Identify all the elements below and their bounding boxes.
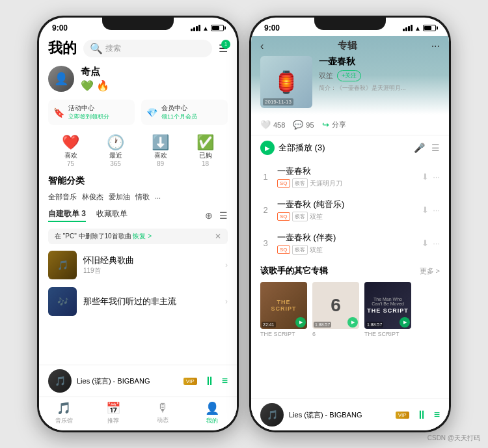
download-icon-2[interactable]: ⬇ [422, 205, 429, 215]
album-nav: ‹ 专辑 ··· [260, 38, 440, 56]
user-name: 奇点 [81, 66, 109, 78]
tag-love[interactable]: 爱加油 [109, 192, 130, 202]
vip-icon: 💎 [146, 107, 157, 118]
album-thumb-1[interactable]: THE SCRIPT 22:41 ▶ THE SCRIPT [260, 282, 307, 337]
list-item[interactable]: 🎵 怀旧经典歌曲 119首 › [39, 247, 237, 283]
track-artist-3: 双笙 [310, 245, 323, 255]
more-options-button[interactable]: ··· [431, 40, 440, 52]
playlist-button-left[interactable]: ≡ [222, 375, 228, 387]
nav-my[interactable]: 👤 我的 [187, 401, 237, 425]
vip-center-sub: 领11个月会员 [161, 113, 197, 121]
restore-link[interactable]: 恢复 > [133, 232, 152, 240]
playlist-info-2: 那些年我们听过的非主流 [83, 296, 219, 307]
tab-collected[interactable]: 收藏歌单 [96, 208, 128, 222]
download-icon-3[interactable]: ⬇ [422, 238, 429, 248]
stat-download[interactable]: ⬇️ 喜欢 89 [152, 134, 169, 167]
download-icon-1[interactable]: ⬇ [422, 172, 429, 182]
track-tags-2: SQ 极客 双笙 [277, 212, 415, 221]
user-avatar[interactable]: 👤 [48, 66, 74, 92]
sort-playlist-icon[interactable]: ☰ [219, 210, 228, 221]
album-thumb-label-2: 6 [312, 331, 359, 337]
left-phone: 9:00 ▲ 我的 [37, 16, 239, 432]
play-all-button[interactable]: ▶ 全部播放 (3) [260, 141, 325, 155]
track-item-3[interactable]: 3 一壶春秋 (伴奏) SQ 极客 双笙 ⬇ ··· [251, 227, 449, 260]
menu-button[interactable]: ☰ 1 [219, 42, 228, 55]
like-stat[interactable]: 🤍 458 [260, 120, 285, 130]
retro-thumb-icon: 🎶 [48, 287, 77, 316]
track-tags-1: SQ 极客 天涯明月刀 [277, 178, 415, 188]
playlist-thumb-2: 🎶 [48, 287, 77, 316]
sq-tag-2: SQ [277, 212, 290, 221]
more-albums-link[interactable]: 更多 > [420, 266, 440, 276]
thumb-play-1[interactable]: ▶ [295, 317, 306, 328]
script-text-1b: SCRIPT [271, 305, 296, 312]
activity-center[interactable]: 🔖 活动中心 立即签到领积分 [48, 100, 135, 125]
comment-stat[interactable]: 💬 95 [293, 120, 314, 130]
nav-music-store[interactable]: 🎵 音乐馆 [39, 401, 88, 425]
vintage-thumb-icon: 🎵 [48, 251, 77, 279]
activity-center-info: 活动中心 立即签到领积分 [68, 104, 109, 121]
nav-dynamic[interactable]: 🎙 动态 [138, 401, 187, 425]
sort-icon[interactable]: ☰ [431, 143, 440, 153]
track-item-1[interactable]: 1 一壶春秋 SQ 极客 天涯明月刀 ⬇ ··· [251, 160, 449, 193]
tab-created[interactable]: 自建歌单 3 [48, 208, 86, 222]
tag-more[interactable]: ... [155, 192, 161, 202]
mini-thumb-icon-right: 🎵 [260, 403, 284, 427]
more-icon-1[interactable]: ··· [433, 172, 440, 182]
list-item[interactable]: 🎶 那些年我们听过的非主流 › [39, 283, 237, 320]
more-icon-3[interactable]: ··· [433, 238, 440, 248]
sq-tag-3: SQ [277, 245, 290, 254]
sq-tag-1: SQ [277, 179, 290, 188]
nav-recommend-label: 推荐 [107, 417, 119, 425]
play-pause-button-right[interactable]: ⏸ [416, 408, 427, 422]
playlist-info-1: 怀旧经典歌曲 119首 [83, 255, 219, 275]
thumb-play-2[interactable]: ▶ [347, 317, 358, 328]
mini-player-left[interactable]: 🎵 Lies (谎言) - BIGBANG VIP ⏸ ≡ [39, 365, 237, 397]
tag-love-song[interactable]: 情歌 [135, 192, 150, 202]
back-button[interactable]: ‹ [260, 40, 264, 52]
wifi-icon-left: ▲ [202, 25, 209, 32]
mini-player-info-right: Lies (谎言) - BIGBANG [289, 410, 396, 420]
my-header: 我的 🔍 搜索 ☰ 1 [39, 36, 237, 62]
album-thumb-3[interactable]: The Man WhoCan't Be Moved THE SCRIPT 1:8… [364, 282, 411, 337]
search-bar[interactable]: 🔍 搜索 [83, 40, 212, 57]
album-duration-3: 1:88:57 [366, 322, 383, 328]
playlist-button-right[interactable]: ≡ [434, 409, 440, 421]
add-playlist-icon[interactable]: ⊕ [205, 210, 213, 221]
track-item-2[interactable]: 2 一壶春秋 (纯音乐) SQ 极客 双笙 ⬇ ··· [251, 193, 449, 227]
mini-player-controls-left: VIP ⏸ ≡ [183, 374, 228, 388]
watermark: CSDN @天天打码 [427, 434, 480, 443]
wifi-icon-right: ▲ [414, 25, 421, 32]
share-stat[interactable]: ↪ 分享 [322, 120, 346, 130]
nav-music-label: 音乐馆 [55, 417, 73, 425]
track-tags-3: SQ 极客 双笙 [277, 245, 415, 255]
vip-center[interactable]: 💎 会员中心 领11个月会员 [141, 100, 228, 125]
follow-button[interactable]: +关注 [337, 70, 361, 81]
close-notification-button[interactable]: ✕ [215, 232, 221, 241]
left-phone-inner: 9:00 ▲ 我的 [39, 18, 237, 430]
more-icon-2[interactable]: ··· [433, 205, 440, 215]
stat-recent[interactable]: 🕐 最近 365 [107, 134, 124, 167]
status-time-left: 9:00 [52, 23, 68, 33]
mini-thumb-icon-left: 🎵 [48, 369, 72, 393]
notch [102, 16, 174, 30]
tag-lin[interactable]: 林俊杰 [82, 192, 103, 202]
status-icons-right: ▲ [403, 25, 436, 32]
nav-my-label: 我的 [206, 417, 218, 425]
track-num-1: 1 [260, 172, 271, 182]
play-pause-button-left[interactable]: ⏸ [204, 374, 215, 388]
mic-icon[interactable]: 🎤 [414, 143, 425, 153]
stat-likes[interactable]: ❤️ 喜欢 75 [62, 134, 79, 167]
thumb-play-3[interactable]: ▶ [400, 317, 410, 328]
tag-all[interactable]: 全部音乐 [48, 192, 77, 202]
page-wrapper: 9:00 ▲ 我的 [0, 0, 488, 448]
play-all-label: 全部播放 (3) [278, 142, 325, 154]
search-placeholder: 搜索 [105, 43, 121, 54]
mini-player-right[interactable]: 🎵 Lies (谎言) - BIGBANG VIP ⏸ ≡ [251, 399, 449, 430]
playlist-list: 🎵 怀旧经典歌曲 119首 › 🎶 那些年我们听过的非主流 [39, 247, 237, 365]
nav-music-icon: 🎵 [57, 401, 71, 415]
album-thumb-2[interactable]: 6 1:88:57 ▶ 6 [312, 282, 359, 337]
stat-purchased[interactable]: ✅ 已购 18 [197, 134, 214, 167]
stat-download-count: 89 [152, 160, 169, 167]
nav-recommend[interactable]: 📅 推荐 [88, 401, 138, 425]
